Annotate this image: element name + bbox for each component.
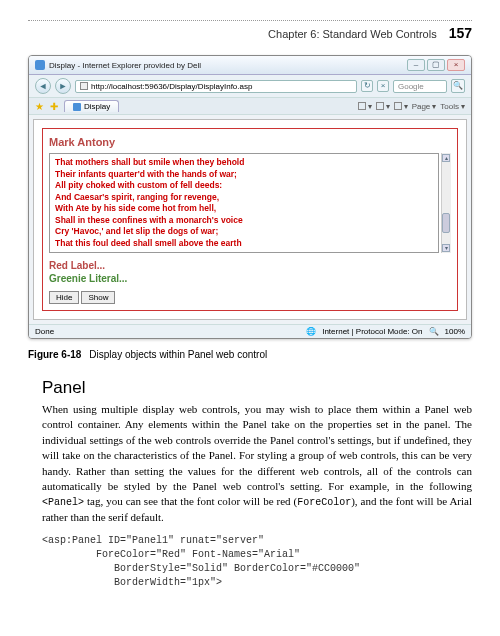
address-bar: ◄ ► http://localhost:59636/Display/Displ… [29,75,471,98]
print-button[interactable]: ▾ [394,102,408,111]
hide-button[interactable]: Hide [49,291,79,304]
add-favorite-icon[interactable]: ✚ [50,101,58,112]
search-input[interactable]: Google [393,80,447,93]
chapter-label: Chapter 6: Standard Web Controls [268,28,437,40]
tab-label: Display [84,102,110,111]
figure-text: Display objects within Panel web control [89,349,267,360]
window-title: Display - Internet Explorer provided by … [49,61,403,70]
maximize-button[interactable]: ▢ [427,59,445,71]
page-menu[interactable]: Page ▾ [412,102,437,111]
body-paragraph: When using multiple display web controls… [42,402,472,526]
poem-line: Cry 'Havoc,' and let slip the dogs of wa… [55,226,433,237]
poem-line: That mothers shall but smile when they b… [55,157,433,168]
page-header: Chapter 6: Standard Web Controls 157 [28,25,472,41]
section-heading: Panel [42,378,472,398]
show-button[interactable]: Show [81,291,115,304]
minimize-button[interactable]: – [407,59,425,71]
poem-line: With Ate by his side come hot from hell, [55,203,433,214]
url-input[interactable]: http://localhost:59636/Display/DisplayIn… [75,80,357,93]
poem-scrollbar[interactable]: ▴ ▾ [441,153,451,253]
back-button[interactable]: ◄ [35,78,51,94]
red-label: Red Label... [49,259,451,272]
url-text: http://localhost:59636/Display/DisplayIn… [91,82,252,91]
home-button[interactable]: ▾ [358,102,372,111]
scroll-thumb[interactable] [442,213,450,233]
poem-textbox: That mothers shall but smile when they b… [49,153,439,253]
poem-line: Their infants quarter'd with the hands o… [55,169,433,180]
titlebar: Display - Internet Explorer provided by … [29,56,471,75]
tab-display[interactable]: Display [64,100,119,112]
page-number: 157 [449,25,472,41]
page-icon [80,82,88,90]
poem-line: And Caesar's spirit, ranging for revenge… [55,192,433,203]
scroll-up-button[interactable]: ▴ [442,154,450,162]
status-zoom: 100% [445,327,465,336]
internet-zone-icon: 🌐 [306,327,316,336]
figure-caption: Figure 6-18Display objects within Panel … [28,349,472,360]
code-block: <asp:Panel ID="Panel1" runat="server" Fo… [42,534,472,590]
refresh-button[interactable]: ↻ [361,80,373,92]
favicon-icon [35,60,45,70]
search-go-button[interactable]: 🔍 [451,79,465,93]
poem-line: That this foul deed shall smell above th… [55,238,433,249]
scroll-down-button[interactable]: ▾ [442,244,450,252]
feeds-button[interactable]: ▾ [376,102,390,111]
status-zone: Internet | Protocol Mode: On [322,327,422,336]
panel-title: Mark Antony [49,135,451,149]
tab-bar: ★ ✚ Display ▾ ▾ ▾ Page ▾ Tools ▾ [29,98,471,115]
poem-line: All pity choked with custom of fell deed… [55,180,433,191]
tools-menu[interactable]: Tools ▾ [440,102,465,111]
browser-window: Display - Internet Explorer provided by … [28,55,472,339]
status-done: Done [35,327,54,336]
figure-number: Figure 6-18 [28,349,81,360]
status-bar: Done 🌐 Internet | Protocol Mode: On 🔍 10… [29,324,471,338]
panel-control: Mark Antony That mothers shall but smile… [42,128,458,311]
tab-favicon-icon [73,103,81,111]
page-content: Mark Antony That mothers shall but smile… [33,119,467,320]
favorites-icon[interactable]: ★ [35,101,44,112]
home-icon [358,102,366,110]
poem-line: Shall in these confines with a monarch's… [55,215,433,226]
print-icon [394,102,402,110]
stop-button[interactable]: × [377,80,389,92]
zoom-icon: 🔍 [429,327,439,336]
feed-icon [376,102,384,110]
close-button[interactable]: × [447,59,465,71]
green-literal: Greenie Literal... [49,272,451,285]
forward-button[interactable]: ► [55,78,71,94]
